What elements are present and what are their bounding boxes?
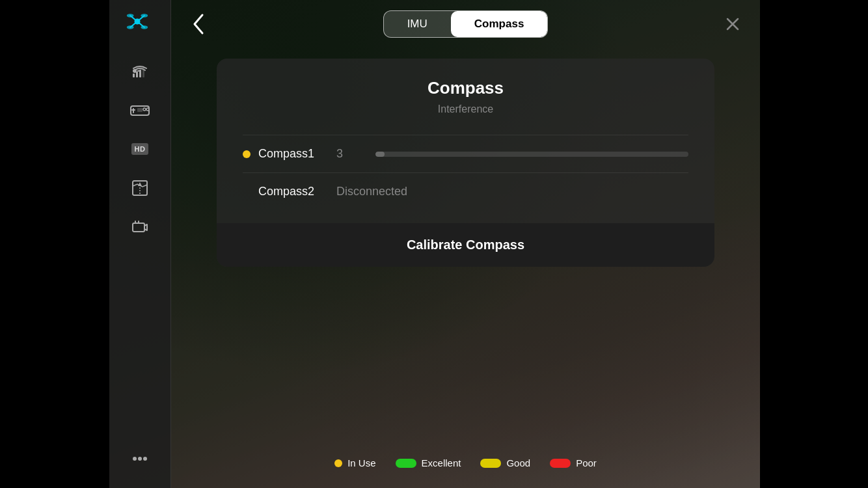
panel-subtitle: Interference: [243, 103, 688, 115]
svg-point-26: [138, 457, 142, 461]
compass-panel: Compass Interference Compass1 3 Compass2…: [217, 59, 714, 267]
panel-title: Compass: [243, 78, 688, 98]
compass1-bar-fill: [375, 152, 385, 157]
sidebar-item-hd[interactable]: HD: [120, 133, 159, 165]
legend: In Use Excellent Good Poor: [171, 457, 760, 468]
tab-imu[interactable]: IMU: [384, 11, 451, 37]
legend-in-use: In Use: [334, 457, 375, 468]
good-pill: [480, 459, 501, 468]
tab-compass[interactable]: Compass: [451, 11, 548, 37]
compass1-bar: [375, 152, 688, 157]
svg-rect-13: [142, 68, 144, 77]
compass1-value: 3: [336, 147, 369, 161]
left-bar: [0, 0, 109, 488]
sidebar-item-controller[interactable]: [120, 94, 159, 126]
excellent-label: Excellent: [422, 457, 461, 468]
poor-pill: [550, 459, 571, 468]
sidebar: HD: [109, 0, 171, 488]
compass2-disconnected-status: Disconnected: [336, 185, 407, 198]
back-button[interactable]: [184, 10, 213, 38]
sidebar-item-map[interactable]: [120, 172, 159, 204]
svg-point-18: [146, 108, 149, 111]
svg-rect-16: [131, 109, 135, 111]
in-use-dot: [334, 459, 342, 467]
svg-rect-10: [133, 74, 135, 77]
svg-point-25: [133, 457, 137, 461]
svg-point-17: [143, 108, 146, 111]
legend-good: Good: [480, 457, 530, 468]
poor-label: Poor: [576, 457, 597, 468]
tabs-container: IMU Compass: [383, 10, 549, 38]
hd-badge: HD: [131, 143, 149, 155]
compass1-name: Compass1: [258, 147, 336, 161]
sidebar-item-more[interactable]: [120, 442, 159, 475]
close-button[interactable]: [718, 10, 747, 38]
legend-excellent: Excellent: [396, 457, 461, 468]
main-content: IMU Compass Compass Interference Compass…: [171, 0, 760, 488]
svg-marker-21: [138, 182, 142, 186]
svg-point-6: [141, 14, 148, 17]
compass1-status-dot: [243, 150, 251, 158]
svg-point-5: [127, 14, 134, 17]
svg-point-8: [141, 25, 148, 29]
calibrate-compass-button[interactable]: Calibrate Compass: [217, 223, 714, 267]
compass2-row: Compass2 Disconnected: [243, 172, 688, 210]
svg-rect-12: [139, 70, 141, 77]
svg-point-27: [143, 457, 147, 461]
top-bar: IMU Compass: [171, 10, 760, 38]
svg-rect-22: [133, 223, 144, 232]
good-label: Good: [506, 457, 530, 468]
legend-poor: Poor: [550, 457, 597, 468]
compass2-name: Compass2: [258, 185, 336, 198]
excellent-pill: [396, 459, 416, 468]
svg-point-7: [127, 25, 134, 29]
compass2-status-placeholder: [243, 188, 251, 196]
compass1-row: Compass1 3: [243, 135, 688, 172]
svg-rect-19: [137, 108, 142, 112]
in-use-label: In Use: [347, 457, 375, 468]
right-bar: [760, 0, 868, 488]
sidebar-item-camera-settings[interactable]: [120, 211, 159, 243]
drone-logo-icon[interactable]: [126, 10, 154, 38]
svg-rect-11: [136, 72, 138, 77]
sidebar-item-signal[interactable]: [120, 55, 159, 87]
